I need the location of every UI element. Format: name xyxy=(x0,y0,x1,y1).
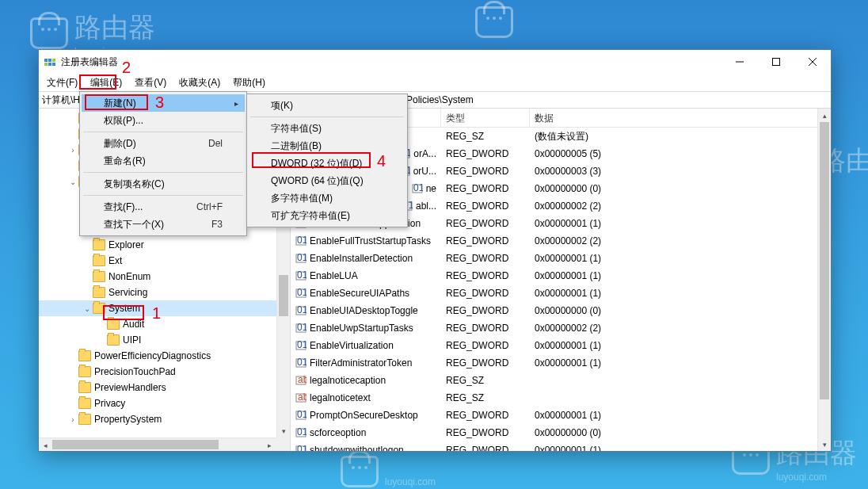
window-title: 注册表编辑器 xyxy=(61,55,118,69)
value-name: ne xyxy=(426,183,436,194)
tree-item[interactable]: ⌄System xyxy=(39,300,290,316)
tree-label: PreviewHandlers xyxy=(94,382,166,393)
tree-item[interactable]: NonEnum xyxy=(39,269,290,285)
tree-item[interactable]: Ext xyxy=(39,253,290,269)
tree-item[interactable]: Audit xyxy=(39,316,290,332)
value-type: REG_DWORD xyxy=(441,410,530,421)
col-header-data[interactable]: 数据 xyxy=(530,109,831,127)
menu-item[interactable]: 权限(P)... xyxy=(82,112,245,129)
list-vertical-scrollbar[interactable]: ▴ ▾ xyxy=(817,109,831,451)
menu-item[interactable]: 删除(D)Del xyxy=(82,135,245,152)
list-row[interactable]: 011EnableUwpStartupTasksREG_DWORD0x00000… xyxy=(291,319,831,337)
menu-shortcut: F3 xyxy=(211,219,223,230)
svg-text:011: 011 xyxy=(297,253,306,263)
list-row[interactable]: 011EnableFullTrustStartupTasksREG_DWORD0… xyxy=(291,232,831,250)
tree-horizontal-scrollbar[interactable]: ◂ ▸ xyxy=(39,437,276,451)
binary-value-icon: 011 xyxy=(295,427,306,438)
close-button[interactable] xyxy=(794,50,831,74)
tree-label: PrecisionTouchPad xyxy=(94,366,176,377)
value-type: REG_DWORD xyxy=(441,305,530,316)
svg-rect-3 xyxy=(44,63,48,66)
value-name: EnableLUA xyxy=(310,270,358,281)
menu-item[interactable]: 二进制值(B) xyxy=(249,137,405,155)
svg-rect-5 xyxy=(52,63,55,66)
svg-text:011: 011 xyxy=(297,357,306,368)
regedit-icon xyxy=(44,55,56,68)
value-data: 0x00000002 (2) xyxy=(530,201,831,212)
list-row[interactable]: ablegalnoticecaptionREG_SZ xyxy=(291,372,831,389)
value-name: PromptOnSecureDesktop xyxy=(310,410,418,421)
folder-icon xyxy=(93,239,105,250)
folder-icon xyxy=(93,271,105,282)
svg-rect-7 xyxy=(773,59,780,66)
menubar-item[interactable]: 帮助(H) xyxy=(228,74,270,91)
list-row[interactable]: 011EnableInstallerDetectionREG_DWORD0x00… xyxy=(291,250,831,267)
tree-item[interactable]: ›PropertySystem xyxy=(39,411,290,427)
menu-item[interactable]: 字符串值(S) xyxy=(249,120,405,137)
tree-item[interactable]: Privacy xyxy=(39,395,290,411)
binary-value-icon: 011 xyxy=(295,253,306,264)
folder-icon xyxy=(78,366,91,377)
tree-label: Audit xyxy=(123,319,144,330)
value-type: REG_SZ xyxy=(441,131,530,142)
menu-item[interactable]: 重命名(R) xyxy=(82,152,245,170)
value-data: 0x00000000 (0) xyxy=(530,427,831,438)
svg-rect-2 xyxy=(52,59,55,62)
list-row[interactable]: 011EnableVirtualizationREG_DWORD0x000000… xyxy=(291,337,831,354)
menu-item[interactable]: QWORD (64 位)值(Q) xyxy=(249,172,405,189)
list-row[interactable]: 011PromptOnSecureDesktopREG_DWORD0x00000… xyxy=(291,407,831,424)
list-row[interactable]: ablegalnoticetextREG_SZ xyxy=(291,389,831,407)
tree-item[interactable]: UIPI xyxy=(39,332,290,348)
value-type: REG_SZ xyxy=(441,375,530,386)
folder-icon xyxy=(78,398,91,409)
folder-icon xyxy=(78,350,91,361)
list-row[interactable]: 011EnableLUAREG_DWORD0x00000001 (1) xyxy=(291,267,831,285)
tree-item[interactable]: PowerEfficiencyDiagnostics xyxy=(39,348,290,364)
value-name: orU... xyxy=(413,166,436,177)
maximize-button[interactable] xyxy=(758,50,794,74)
list-row[interactable]: 011scforceoptionREG_DWORD0x00000000 (0) xyxy=(291,424,831,441)
menubar-item[interactable]: 编辑(E) xyxy=(86,74,127,91)
list-row[interactable]: 011FilterAdministratorTokenREG_DWORD0x00… xyxy=(291,354,831,372)
tree-item[interactable]: Servicing xyxy=(39,285,290,300)
menu-item[interactable]: DWORD (32 位)值(D) xyxy=(249,155,405,172)
value-data: 0x00000000 (0) xyxy=(530,305,831,316)
menu-item[interactable]: 多字符串值(M) xyxy=(249,189,405,207)
value-data: 0x00000001 (1) xyxy=(530,445,831,451)
value-type: REG_DWORD xyxy=(441,148,530,159)
edit-menu-dropdown[interactable]: 新建(N)▸权限(P)...删除(D)Del重命名(R)复制项名称(C)查找(F… xyxy=(79,91,247,236)
menubar-item[interactable]: 查看(V) xyxy=(130,74,171,91)
value-name: legalnoticetext xyxy=(310,392,371,403)
menu-item[interactable]: 项(K) xyxy=(249,97,405,114)
value-type: REG_DWORD xyxy=(441,323,530,334)
chevron-icon[interactable]: ⌄ xyxy=(82,304,93,313)
tree-label: PropertySystem xyxy=(94,414,162,425)
value-data: 0x00000001 (1) xyxy=(530,410,831,421)
tree-item[interactable]: PrecisionTouchPad xyxy=(39,364,290,380)
menu-item[interactable]: 复制项名称(C) xyxy=(82,175,245,193)
chevron-icon[interactable]: › xyxy=(67,415,78,424)
tree-label: Servicing xyxy=(108,287,147,298)
list-row[interactable]: 011EnableSecureUIAPathsREG_DWORD0x000000… xyxy=(291,285,831,302)
menubar-item[interactable]: 收藏夹(A) xyxy=(174,74,225,91)
minimize-button[interactable] xyxy=(721,50,758,74)
menu-item[interactable]: 查找(F)...Ctrl+F xyxy=(82,198,245,216)
tree-item[interactable]: Explorer xyxy=(39,237,290,253)
menu-item[interactable]: 可扩充字符串值(E) xyxy=(249,207,405,224)
folder-icon xyxy=(107,319,120,330)
list-row[interactable]: 011shutdownwithoutlogonREG_DWORD0x000000… xyxy=(291,441,831,451)
col-header-type[interactable]: 类型 xyxy=(441,109,530,127)
value-data: 0x00000003 (3) xyxy=(530,166,831,177)
menu-item[interactable]: 新建(N)▸ xyxy=(82,94,245,112)
menubar-item[interactable]: 文件(F) xyxy=(42,74,82,91)
list-row[interactable]: 011EnableUIADesktopToggleREG_DWORD0x0000… xyxy=(291,302,831,319)
value-data: (数值未设置) xyxy=(530,130,831,143)
menu-item[interactable]: 查找下一个(X)F3 xyxy=(82,216,245,233)
svg-rect-1 xyxy=(48,59,51,62)
chevron-icon[interactable]: ⌄ xyxy=(67,178,78,186)
tree-item[interactable]: PreviewHandlers xyxy=(39,380,290,395)
new-submenu-dropdown[interactable]: 项(K)字符串值(S)二进制值(B)DWORD (32 位)值(D)QWORD … xyxy=(246,94,408,227)
svg-text:011: 011 xyxy=(297,427,306,437)
chevron-icon[interactable]: › xyxy=(67,146,78,155)
value-name: orA... xyxy=(413,148,436,159)
